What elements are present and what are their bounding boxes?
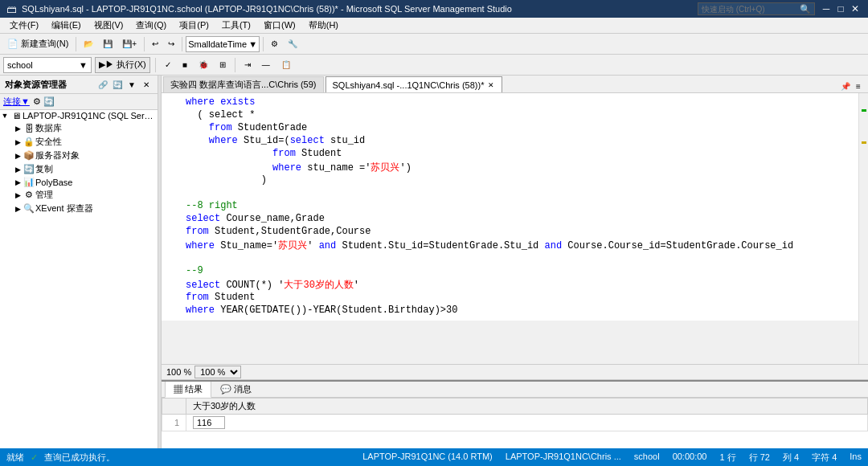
debug-button[interactable]: 🐞 — [194, 57, 212, 73]
toolbar-extra-2[interactable]: 🔧 — [284, 36, 301, 52]
server-objects-label: 服务器对象 — [35, 149, 80, 161]
query-toolbar-sep — [155, 58, 156, 72]
maximize-button[interactable]: □ — [834, 2, 847, 15]
status-rows: 1 行 — [719, 452, 735, 464]
toolbar-extra-1[interactable]: ⚙ — [267, 36, 282, 52]
code-line: from StudentGrade — [162, 122, 858, 135]
code-line: where Stu_name='苏贝兴' and Student.Stu_id=… — [162, 239, 858, 252]
save-all-button[interactable]: 💾+ — [118, 36, 141, 52]
status-ready-label: 就绪 — [6, 452, 24, 464]
code-text: --8 right — [186, 200, 855, 211]
sidebar-connect-btn[interactable]: 🔗 — [96, 78, 109, 91]
code-text: select Course_name,Grade — [186, 213, 855, 224]
app-icon: 🗃 — [6, 3, 17, 15]
code-line: select COUNT(*) '大于30岁的人数' — [162, 278, 858, 292]
management-icon: ⚙ — [23, 190, 35, 200]
menu-help[interactable]: 帮助(H) — [302, 18, 345, 33]
tab-sqlshiyan4[interactable]: SQLshiyan4.sql -...1Q1NC\Chris (58))* ✕ — [326, 76, 503, 92]
code-text: from StudentGrade — [186, 122, 855, 133]
zoom-select[interactable]: 100 % 75 % 125 % — [194, 366, 241, 378]
xe-toggle-icon: ▶ — [13, 205, 23, 213]
result-tab-messages[interactable]: 💬 消息 — [211, 381, 260, 398]
code-text: --9 — [186, 265, 855, 276]
status-time: 00:00:00 — [673, 452, 707, 464]
undo-button[interactable]: ↩ — [148, 36, 162, 52]
connect-link[interactable]: 连接▼ — [3, 96, 30, 108]
sidebar-item-xevent[interactable]: ▶ 🔍 XEvent 探查器 — [0, 202, 158, 215]
results-to-button[interactable]: 📋 — [277, 57, 295, 73]
tab-experiment4[interactable]: 实验四 数据库查询语言...C\Chris (59) — [163, 76, 324, 92]
sidebar-item-replication[interactable]: ▶ 🔄 复制 — [0, 162, 158, 176]
sidebar-header: 对象资源管理器 🔗 🔄 ▼ ✕ — [0, 76, 158, 94]
menu-project[interactable]: 项目(P) — [173, 18, 215, 33]
server-node[interactable]: ▼ 🖥 LAPTOP-JR91Q1NC (SQL Server 14.0 ... — [0, 110, 158, 121]
sidebar-item-databases[interactable]: ▶ 🗄 数据库 — [0, 121, 158, 135]
change-marker-green — [862, 109, 866, 112]
db-dropdown-arrow-icon: ▼ — [79, 60, 88, 70]
save-button[interactable]: 💾 — [99, 36, 117, 52]
pin-tab-button[interactable]: 📌 — [839, 80, 852, 92]
sidebar-item-management[interactable]: ▶ ⚙ 管理 — [0, 188, 158, 202]
result-cell-0: 116 — [186, 415, 868, 431]
datatype-dropdown[interactable]: SmalldateTime ▼ — [186, 36, 260, 52]
code-text: where Stu_id=(select stu_id — [186, 135, 855, 146]
connect-bar: 连接▼ ⚙ 🔄 — [0, 94, 158, 110]
status-row: 行 72 — [749, 452, 770, 464]
code-text: from Student — [186, 148, 855, 159]
polybase-label: PolyBase — [35, 178, 72, 187]
sidebar-item-security[interactable]: ▶ 🔒 安全性 — [0, 135, 158, 149]
sidebar-refresh-btn[interactable]: 🔄 — [111, 78, 124, 91]
open-button[interactable]: 📂 — [80, 36, 97, 52]
redo-button[interactable]: ↪ — [164, 36, 178, 52]
code-editor[interactable]: where exists ( select * from StudentGrad… — [162, 93, 858, 364]
code-text — [186, 252, 855, 264]
status-left: 就绪 ✓ 查询已成功执行。 — [6, 452, 115, 464]
server-toggle-icon: ▼ — [0, 112, 10, 120]
code-line — [162, 252, 858, 265]
code-text — [186, 187, 855, 198]
quick-launch-input[interactable] — [702, 5, 798, 14]
status-db: school — [634, 452, 660, 464]
poly-toggle-icon: ▶ — [13, 178, 23, 186]
security-label: 安全性 — [35, 136, 62, 148]
menu-window[interactable]: 窗口(W) — [257, 18, 302, 33]
minimize-button[interactable]: ─ — [820, 2, 833, 15]
sidebar-item-polybase[interactable]: ▶ 📊 PolyBase — [0, 176, 158, 188]
db-dropdown[interactable]: school ▼ — [3, 57, 92, 73]
tab-experiment4-label: 实验四 数据库查询语言...C\Chris (59) — [170, 79, 317, 91]
code-text: where Stu_name='苏贝兴' and Student.Stu_id=… — [186, 239, 855, 252]
datatype-label: SmalldateTime — [188, 39, 247, 49]
db-icon: 🗄 — [23, 124, 35, 133]
menu-file[interactable]: 文件(F) — [3, 18, 45, 33]
close-button[interactable]: ✕ — [849, 2, 862, 15]
menu-view[interactable]: 视图(V) — [88, 18, 130, 33]
sidebar-close-btn[interactable]: ✕ — [140, 78, 153, 91]
menu-tools[interactable]: 工具(T) — [215, 18, 257, 33]
sidebar-item-server-objects[interactable]: ▶ 📦 服务器对象 — [0, 149, 158, 162]
main-toolbar: 📄 新建查询(N) 📂 💾 💾+ ↩ ↪ SmalldateTime ▼ ⚙ 🔧 — [0, 34, 868, 55]
execute-button[interactable]: ▶ ▶ 执行(X) — [95, 57, 150, 73]
db-label: 数据库 — [35, 122, 62, 134]
security-icon: 🔒 — [23, 137, 35, 147]
status-right: LAPTOP-JR91Q1NC (14.0 RTM) LAPTOP-JR91Q1… — [362, 452, 862, 464]
results-button[interactable]: ⊞ — [215, 57, 230, 73]
indent-button[interactable]: ⇥ — [240, 57, 255, 73]
sidebar-toolbar: 🔗 🔄 ▼ ✕ — [96, 78, 153, 91]
results-grid-icon: ▦ — [174, 384, 182, 394]
table-row: 1 116 — [162, 415, 868, 431]
result-tab-messages-label: 消息 — [234, 384, 252, 394]
code-text: where exists — [186, 96, 855, 108]
new-query-button[interactable]: 📄 新建查询(N) — [3, 36, 72, 52]
menu-bar: 文件(F) 编辑(E) 视图(V) 查询(Q) 项目(P) 工具(T) 窗口(W… — [0, 18, 868, 34]
tab-close-icon[interactable]: ✕ — [487, 81, 495, 89]
result-tab-results[interactable]: ▦ 结果 — [165, 381, 211, 398]
execute-icon: ▶ — [99, 59, 105, 70]
comment-button[interactable]: — — [258, 57, 274, 73]
sidebar-filter-btn[interactable]: ▼ — [125, 78, 138, 91]
close-all-tabs-button[interactable]: ≡ — [852, 80, 865, 92]
menu-edit[interactable]: 编辑(E) — [45, 18, 88, 33]
sql-code-area[interactable]: where exists ( select * from StudentGrad… — [162, 93, 858, 321]
menu-query[interactable]: 查询(Q) — [129, 18, 173, 33]
stop-button[interactable]: ■ — [178, 57, 191, 73]
parse-button[interactable]: ✓ — [161, 57, 175, 73]
